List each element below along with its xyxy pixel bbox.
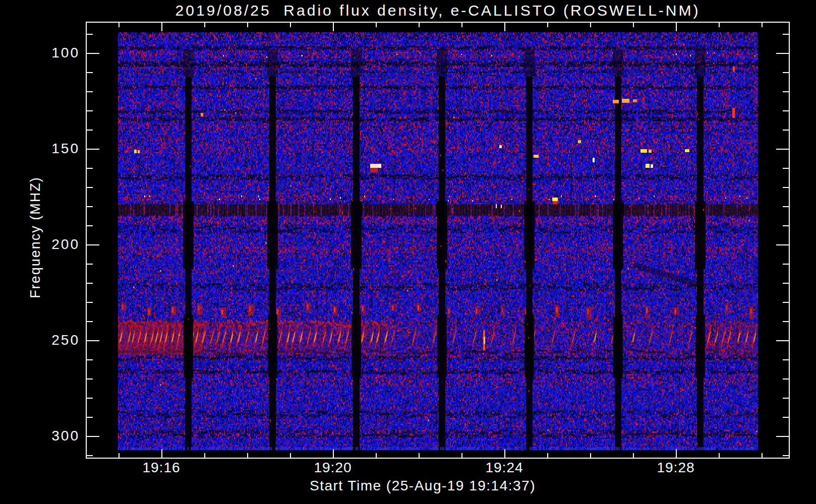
axis-tick: [87, 110, 93, 111]
axis-tick: [783, 168, 789, 169]
axis-tick: [161, 23, 162, 31]
axis-tick: [783, 455, 789, 456]
axis-tick: [119, 23, 120, 27]
axis-tick: [783, 206, 789, 207]
y-axis-title: Frequency (MHZ): [28, 137, 45, 338]
axis-tick: [783, 398, 789, 399]
axis-tick: [87, 206, 93, 207]
axis-tick: [776, 340, 789, 341]
x-tick-label: 19:16: [126, 460, 197, 476]
axis-tick: [762, 453, 763, 458]
axis-tick: [204, 453, 205, 458]
axis-tick: [290, 453, 291, 458]
axis-tick: [547, 453, 548, 458]
axis-tick: [87, 130, 93, 131]
axis-tick: [333, 449, 334, 458]
axis-tick: [633, 453, 634, 458]
axis-tick: [783, 283, 789, 284]
axis-tick: [676, 449, 677, 458]
axis-tick: [783, 359, 789, 360]
axis-tick: [204, 23, 205, 27]
axis-tick: [783, 379, 789, 380]
axis-tick: [87, 340, 99, 341]
plot-frame: [86, 22, 790, 459]
y-tick-label: 100: [24, 45, 80, 61]
axis-tick: [590, 453, 591, 458]
axis-tick: [783, 225, 789, 226]
axis-tick: [87, 359, 93, 360]
axis-tick: [783, 110, 789, 111]
x-tick-label: 19:24: [469, 460, 540, 476]
chart-title: 2019/08/25 Radio flux density, e-CALLIST…: [86, 2, 790, 19]
axis-tick: [776, 244, 789, 245]
axis-tick: [87, 417, 93, 418]
axis-tick: [247, 453, 248, 458]
axis-tick: [87, 244, 99, 245]
axis-tick: [783, 72, 789, 73]
axis-tick: [783, 187, 789, 188]
axis-tick: [87, 168, 93, 169]
axis-tick: [87, 398, 93, 399]
axis-tick: [161, 449, 162, 458]
axis-tick: [419, 23, 420, 27]
axis-tick: [247, 23, 248, 27]
axis-tick: [87, 436, 99, 437]
axis-tick: [419, 453, 420, 458]
axis-tick: [776, 53, 789, 54]
axis-tick: [87, 455, 93, 456]
axis-tick: [590, 23, 591, 27]
axis-tick: [676, 23, 677, 31]
spectrogram-window: 2019/08/25 Radio flux density, e-CALLIST…: [0, 0, 816, 504]
axis-tick: [87, 34, 93, 35]
axis-tick: [783, 417, 789, 418]
x-axis-title: Start Time (25-Aug-19 19:14:37): [120, 478, 725, 494]
x-tick-label: 19:28: [640, 460, 711, 476]
axis-tick: [290, 23, 291, 27]
axis-tick: [783, 264, 789, 265]
axis-tick: [633, 23, 634, 27]
axis-tick: [783, 34, 789, 35]
axis-tick: [119, 453, 120, 458]
axis-tick: [87, 72, 93, 73]
axis-tick: [87, 283, 93, 284]
axis-tick: [719, 453, 720, 458]
axis-tick: [376, 23, 377, 27]
axis-tick: [87, 379, 93, 380]
axis-tick: [776, 436, 789, 437]
axis-tick: [87, 225, 93, 226]
axis-tick: [504, 23, 505, 31]
axis-tick: [87, 149, 99, 150]
axis-tick: [719, 23, 720, 27]
axis-tick: [87, 187, 93, 188]
axis-tick: [461, 453, 462, 458]
axis-tick: [87, 91, 93, 92]
axis-tick: [783, 91, 789, 92]
axis-tick: [547, 23, 548, 27]
axis-tick: [783, 130, 789, 131]
x-tick-label: 19:20: [298, 460, 368, 476]
axis-tick: [333, 23, 334, 31]
y-tick-label: 300: [24, 428, 80, 444]
axis-tick: [776, 149, 789, 150]
axis-tick: [783, 321, 789, 322]
axis-tick: [87, 302, 93, 303]
axis-tick: [504, 449, 505, 458]
axis-tick: [87, 264, 93, 265]
axis-tick: [376, 453, 377, 458]
axis-tick: [87, 53, 99, 54]
axis-tick: [87, 321, 93, 322]
axis-tick: [783, 302, 789, 303]
axis-tick: [461, 23, 462, 27]
axis-tick: [762, 23, 763, 27]
